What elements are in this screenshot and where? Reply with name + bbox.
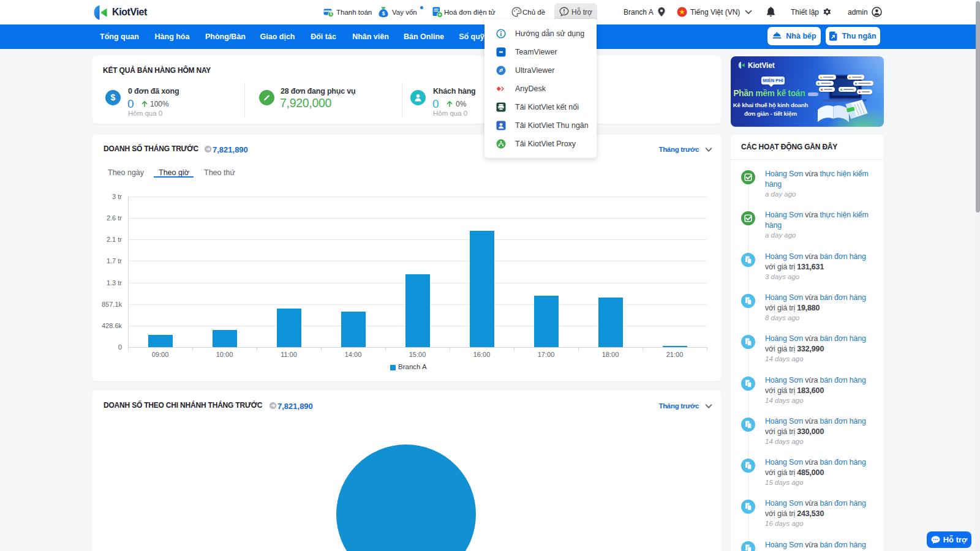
svg-text:$: $ [382,10,385,17]
svg-text:$: $ [330,12,332,17]
